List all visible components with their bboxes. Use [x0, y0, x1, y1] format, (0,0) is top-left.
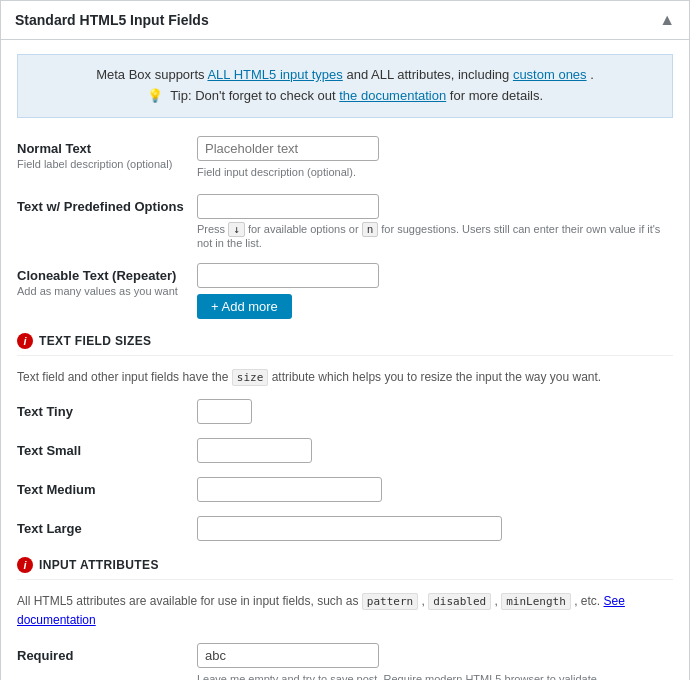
input-attrs-desc-suffix: , etc.	[574, 594, 603, 608]
input-attributes-header: i INPUT ATTRIBUTES	[17, 557, 673, 573]
collapse-icon[interactable]: ▲	[659, 11, 675, 29]
normal-text-label: Normal Text	[17, 141, 187, 156]
text-sizes-info-icon: i	[17, 333, 33, 349]
key-down: ↓	[228, 222, 245, 237]
normal-text-label-col: Normal Text Field label description (opt…	[17, 136, 197, 170]
text-sizes-desc-prefix: Text field and other input fields have t…	[17, 370, 232, 384]
hint2-text: for available options or	[248, 223, 359, 235]
normal-text-input-desc: Field input description (optional).	[197, 164, 673, 181]
text-medium-input[interactable]	[197, 477, 382, 502]
normal-text-row: Normal Text Field label description (opt…	[17, 136, 673, 181]
text-small-input-col	[197, 438, 673, 463]
predefined-label: Text w/ Predefined Options	[17, 199, 187, 214]
required-input[interactable]	[197, 643, 379, 668]
info-box: Meta Box supports ALL HTML5 input types …	[17, 54, 673, 118]
disabled-code-badge: disabled	[428, 593, 491, 610]
normal-text-input-col: Field input description (optional).	[197, 136, 673, 181]
normal-text-label-desc: Field label description (optional)	[17, 158, 187, 170]
info-line1: Meta Box supports ALL HTML5 input types …	[34, 65, 656, 86]
text-sizes-desc: Text field and other input fields have t…	[17, 368, 673, 387]
required-label-col: Required	[17, 643, 197, 663]
tip-prefix: Tip: Don't forget to check out	[170, 88, 339, 103]
add-more-button[interactable]: + Add more	[197, 294, 292, 319]
text-tiny-label: Text Tiny	[17, 404, 187, 419]
text-sizes-desc-suffix: attribute which helps you to resize the …	[272, 370, 602, 384]
text-medium-input-col	[197, 477, 673, 502]
text-large-label: Text Large	[17, 521, 187, 536]
predefined-input-col: Press ↓ for available options or n for s…	[197, 194, 673, 249]
panel-body: Meta Box supports ALL HTML5 input types …	[1, 40, 689, 680]
required-row: Required Leave me empty and try to save …	[17, 643, 673, 680]
tip-row: 💡 Tip: Don't forget to check out the doc…	[34, 86, 656, 107]
cloneable-label-desc: Add as many values as you want	[17, 285, 187, 297]
text-small-row: Text Small	[17, 438, 673, 463]
cloneable-input[interactable]	[197, 263, 379, 288]
panel-header: Standard HTML5 Input Fields ▲	[1, 1, 689, 40]
panel: Standard HTML5 Input Fields ▲ Meta Box s…	[0, 0, 690, 680]
press-text: Press	[197, 223, 225, 235]
predefined-label-col: Text w/ Predefined Options	[17, 194, 197, 214]
text-large-row: Text Large	[17, 516, 673, 541]
key-n: n	[362, 222, 379, 237]
cloneable-text-row: Cloneable Text (Repeater) Add as many va…	[17, 263, 673, 319]
pattern-code-badge: pattern	[362, 593, 418, 610]
size-code: size	[232, 369, 269, 386]
panel-title: Standard HTML5 Input Fields	[15, 12, 209, 28]
predefined-text-row: Text w/ Predefined Options Press ↓ for a…	[17, 194, 673, 249]
info-line1-middle: and ALL attributes, including	[346, 67, 512, 82]
text-tiny-input-col	[197, 399, 673, 424]
text-field-sizes-header: i TEXT FIELD SIZES	[17, 333, 673, 349]
minlength-code-badge: minLength	[501, 593, 571, 610]
input-attrs-desc: All HTML5 attributes are available for u…	[17, 592, 673, 630]
input-attrs-info-icon: i	[17, 557, 33, 573]
required-hint: Leave me empty and try to save post. Req…	[197, 671, 673, 680]
text-sizes-title: TEXT FIELD SIZES	[39, 334, 151, 348]
text-medium-row: Text Medium	[17, 477, 673, 502]
documentation-link[interactable]: the documentation	[339, 88, 446, 103]
input-attrs-divider	[17, 579, 673, 580]
text-large-label-col: Text Large	[17, 516, 197, 536]
text-medium-label: Text Medium	[17, 482, 187, 497]
predefined-input[interactable]	[197, 194, 379, 219]
custom-ones-link[interactable]: custom ones	[513, 67, 587, 82]
cloneable-input-col: + Add more	[197, 263, 673, 319]
input-attrs-title: INPUT ATTRIBUTES	[39, 558, 159, 572]
normal-text-input[interactable]	[197, 136, 379, 161]
text-medium-label-col: Text Medium	[17, 477, 197, 497]
text-small-input[interactable]	[197, 438, 312, 463]
required-label: Required	[17, 648, 187, 663]
text-tiny-row: Text Tiny	[17, 399, 673, 424]
bulb-icon: 💡	[147, 88, 163, 103]
tip-suffix: for more details.	[450, 88, 543, 103]
input-attrs-desc-prefix: All HTML5 attributes are available for u…	[17, 594, 362, 608]
info-line1-prefix: Meta Box supports	[96, 67, 207, 82]
text-small-label: Text Small	[17, 443, 187, 458]
html5-types-link[interactable]: ALL HTML5 input types	[207, 67, 342, 82]
text-tiny-input[interactable]	[197, 399, 252, 424]
required-input-col: Leave me empty and try to save post. Req…	[197, 643, 673, 680]
cloneable-label-col: Cloneable Text (Repeater) Add as many va…	[17, 263, 197, 297]
info-line1-suffix: .	[590, 67, 594, 82]
text-sizes-divider	[17, 355, 673, 356]
cloneable-label: Cloneable Text (Repeater)	[17, 268, 187, 283]
text-large-input-col	[197, 516, 673, 541]
text-small-label-col: Text Small	[17, 438, 197, 458]
text-large-input[interactable]	[197, 516, 502, 541]
text-tiny-label-col: Text Tiny	[17, 399, 197, 419]
predefined-hint: Press ↓ for available options or n for s…	[197, 222, 673, 249]
